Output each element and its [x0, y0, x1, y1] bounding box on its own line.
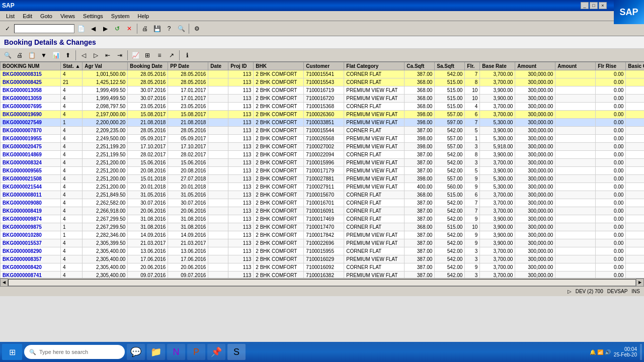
tb2-filter-btn[interactable]: ▼ — [38, 50, 49, 61]
search-bar[interactable]: 🔍 Type here to search — [24, 345, 125, 359]
menu-settings[interactable]: Settings — [79, 12, 107, 20]
table-row[interactable]: BKG000002150842,251,200.0015.01.201827.0… — [1, 175, 645, 183]
tb2-btn5[interactable]: 📊 — [50, 50, 61, 61]
scroll-track[interactable] — [8, 279, 636, 286]
col-basic-cost[interactable]: Basic Cost — [626, 62, 644, 70]
tb2-layout-btn[interactable]: ≡ — [154, 50, 165, 61]
table-cell: BKG0000008420 — [1, 263, 61, 272]
tb2-btn1[interactable]: 🔍 — [2, 50, 13, 61]
save-button[interactable]: 💾 — [151, 23, 163, 34]
table-row[interactable]: BKG000002754912,200,000.2021.08.201821.0… — [1, 119, 645, 127]
menu-goto[interactable]: Goto — [36, 12, 56, 20]
table-row[interactable]: BKG000000831541,001,500.0028.05.201628.0… — [1, 70, 645, 78]
col-date[interactable]: Date — [208, 62, 228, 70]
taskbar-sticky[interactable]: 📌 — [207, 344, 225, 360]
col-stat[interactable]: Stat. ▲ — [61, 62, 83, 70]
col-amount1[interactable]: Amount — [515, 62, 555, 70]
tb2-btn2[interactable]: 🖨 — [14, 50, 25, 61]
table-row[interactable]: BKG000000874142,305,400.0009.07.201609.0… — [1, 272, 645, 279]
tb2-btn10[interactable]: ⇥ — [114, 50, 125, 61]
scroll-right-btn[interactable]: ▶ — [636, 279, 644, 287]
menu-help[interactable]: Help — [134, 12, 153, 20]
windows-start-button[interactable]: ⊞ — [2, 344, 22, 360]
help-button[interactable]: ? — [164, 23, 175, 34]
scroll-left-btn[interactable]: ◀ — [0, 279, 8, 287]
table-container[interactable]: BOOKING NUM Stat. ▲ Agr Val Booking Date… — [0, 62, 644, 278]
taskbar-file-explorer[interactable]: 📁 — [147, 344, 165, 360]
col-agr-val[interactable]: Agr Val — [83, 62, 128, 70]
table-row[interactable]: BKG000000835742,305,400.0017.06.201617.0… — [1, 255, 645, 263]
taskbar-cortana[interactable]: 💬 — [127, 344, 145, 360]
menu-edit[interactable]: Edit — [19, 12, 36, 20]
table-row[interactable]: BKG000000829042,305,400.0013.06.201613.0… — [1, 247, 645, 255]
refresh-button[interactable]: ↺ — [112, 23, 123, 34]
table-row[interactable]: BKG000000769542,098,797.5023.05.201623.0… — [1, 103, 645, 111]
table-row[interactable]: BKG000001486942,251,199.5028.02.201728.0… — [1, 151, 645, 159]
tb2-info-btn[interactable]: ℹ — [182, 50, 193, 61]
taskbar-powerpoint[interactable]: P — [187, 344, 205, 360]
table-cell: 0.00 — [596, 103, 626, 111]
show-desktop-btn[interactable] — [640, 344, 642, 360]
col-base-rate[interactable]: Base Rate — [480, 62, 515, 70]
table-row[interactable]: BKG000001305941,999,499.5030.07.201617.0… — [1, 95, 645, 103]
table-row[interactable]: BKG0000008425211,425,122.5028.05.201628.… — [1, 78, 645, 86]
tb2-btn3[interactable]: 📋 — [26, 50, 37, 61]
table-row[interactable]: BKG000002154442,251,200.0020.01.201820.0… — [1, 183, 645, 191]
col-ca-sqft[interactable]: Ca.Sqft — [405, 62, 435, 70]
maximize-button[interactable]: □ — [590, 2, 598, 9]
tb2-btn6[interactable]: ⬆ — [62, 50, 73, 61]
table-row[interactable]: BKG000001995542,249,500.0005.09.201705.0… — [1, 135, 645, 143]
col-bhk[interactable]: BHK — [254, 62, 304, 70]
table-row[interactable]: BKG000000842042,305,400.0020.06.201620.0… — [1, 263, 645, 272]
table-row[interactable]: BKG000000787042,209,235.0028.05.201628.0… — [1, 127, 645, 135]
doc-button[interactable]: 📄 — [75, 23, 87, 34]
tb2-btn7[interactable]: ◁ — [78, 50, 89, 61]
table-row[interactable]: BKG000000908042,262,582.0030.07.201630.0… — [1, 199, 645, 207]
menu-system[interactable]: System — [107, 12, 134, 20]
prev-button[interactable]: ◀ — [88, 23, 99, 34]
settings-btn[interactable]: ⚙ — [191, 23, 202, 34]
tb2-btn9[interactable]: ⇤ — [102, 50, 113, 61]
table-row[interactable]: BKG000000832442,251,200.0015.06.201615.0… — [1, 159, 645, 167]
taskbar-onenote[interactable]: N — [167, 344, 185, 360]
tb2-btn8[interactable]: ▷ — [90, 50, 101, 61]
table-row[interactable]: BKG000001028012,282,346.0014.09.201614.0… — [1, 231, 645, 239]
col-sa-sqft[interactable]: Sa.Sqft — [435, 62, 465, 70]
next-button-nav[interactable]: ▶ — [100, 23, 111, 34]
horizontal-scrollbar[interactable]: ◀ ▶ — [0, 278, 644, 286]
col-flr[interactable]: Flr. — [465, 62, 480, 70]
tb2-chart-btn[interactable]: 📈 — [130, 50, 141, 61]
table-row[interactable]: BKG000002047542,251,199.2017.10.201717.1… — [1, 143, 645, 151]
close-button[interactable]: × — [599, 2, 607, 9]
minimize-button[interactable]: _ — [581, 2, 589, 9]
col-amount2[interactable]: Amount — [555, 62, 596, 70]
taskbar-sap[interactable]: S — [227, 344, 246, 360]
col-flr-rise[interactable]: Flr Rise — [596, 62, 626, 70]
title-bar-controls[interactable]: _ □ × — [581, 2, 607, 9]
tb2-grid-btn[interactable]: ⊞ — [142, 50, 153, 61]
col-customer[interactable]: Customer — [304, 62, 344, 70]
table-row[interactable]: BKG000000841942,266,918.0020.06.201620.0… — [1, 207, 645, 215]
print-button[interactable]: 🖨 — [139, 23, 150, 34]
address-input[interactable] — [14, 24, 74, 33]
table-cell: 21.03.2017 — [168, 239, 208, 247]
menu-views[interactable]: Views — [56, 12, 79, 20]
table-row[interactable]: BKG000001305841,999,499.5030.07.201617.0… — [1, 86, 645, 95]
menu-list[interactable]: List — [2, 12, 19, 20]
table-row[interactable]: BKG000000987442,267,299.5031.08.201631.0… — [1, 215, 645, 223]
table-row[interactable]: BKG000001969042,197,000.0015.08.201715.0… — [1, 111, 645, 119]
table-row[interactable]: BKG000000956542,251,200.0020.08.201620.0… — [1, 167, 645, 175]
tb2-export-btn[interactable]: ↗ — [166, 50, 177, 61]
find-button[interactable]: 🔍 — [176, 23, 187, 34]
col-booking-num[interactable]: BOOKING NUM — [1, 62, 61, 70]
col-pp-date[interactable]: PP Date — [168, 62, 208, 70]
stop-button[interactable]: ✕ — [124, 23, 135, 34]
table-row[interactable]: BKG000000801142,251,849.5031.05.201631.0… — [1, 191, 645, 199]
col-proj-id[interactable]: Proj ID — [228, 62, 254, 70]
back-nav-button[interactable]: ✓ — [2, 23, 13, 34]
table-row[interactable]: BKG000000987512,267,299.5031.08.201631.0… — [1, 223, 645, 231]
col-flat-cat[interactable]: Flat Category — [344, 62, 405, 70]
table-row[interactable]: BKG000001553742,305,399.5021.03.201721.0… — [1, 239, 645, 247]
table-cell: 5,300.00 — [480, 135, 515, 143]
col-booking-date[interactable]: Booking Date — [128, 62, 168, 70]
